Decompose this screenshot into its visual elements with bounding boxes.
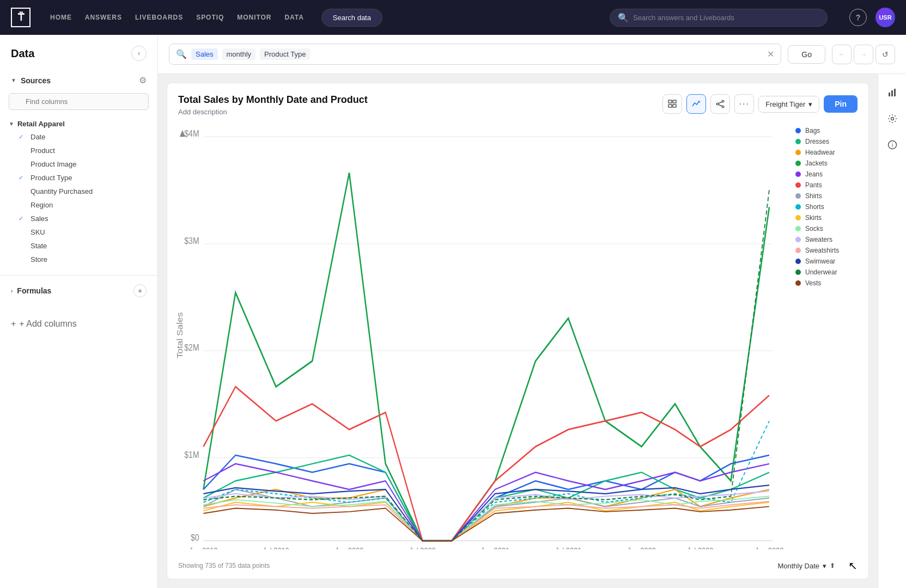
add-columns-button[interactable]: + + Add columns [11,315,147,333]
chart-title: Total Sales by Monthly Date and Product [178,94,368,106]
info-icon[interactable]: i [883,135,902,155]
history-refresh-button[interactable]: ↺ [875,45,895,64]
chart-type-icon[interactable] [883,83,902,102]
global-search-bar[interactable]: 🔍 [610,9,828,27]
svg-text:Jan 2019: Jan 2019 [189,547,218,549]
legend-item-socks: Socks [795,225,854,232]
search-clear-button[interactable]: ✕ [767,49,774,59]
nav-spotiq[interactable]: SPOTIQ [196,11,224,23]
retail-apparel-section: ▼ Retail Apparel ✓ Date Product Product … [9,118,149,266]
column-item-product-type[interactable]: ✓ Product Type [9,171,149,185]
chart-actions: ··· Freight Tiger ▾ Pin [662,94,858,114]
check-icon: ✓ [19,215,26,222]
history-forward-button[interactable]: → [854,45,873,64]
find-columns-wrapper: 🔍 [9,90,149,115]
search-data-button[interactable]: Search data [321,9,382,27]
nav-answers[interactable]: ANSWERS [85,11,122,23]
share-button[interactable] [710,94,730,114]
formulas-header: › Formulas + [11,280,147,302]
svg-text:Jul 2022: Jul 2022 [687,547,713,549]
datasource-chevron-icon: ▾ [808,100,812,108]
formulas-header-left[interactable]: › Formulas [11,286,51,295]
chart-legend: Bags Dresses Headwear Jackets [787,121,863,549]
check-icon: ✓ [19,174,26,181]
nav-monitor[interactable]: MONITOR [237,11,271,23]
sources-header[interactable]: ▼ Sources ⚙ [9,71,149,90]
svg-point-5 [716,103,719,105]
nav-liveboards[interactable]: LIVEBOARDS [135,11,183,23]
search-tag-monthly[interactable]: monthly [222,48,256,60]
column-item-region[interactable]: Region [9,198,149,212]
column-item-sku[interactable]: SKU [9,225,149,239]
svg-text:Jan 2021: Jan 2021 [481,547,509,549]
chart-subtitle[interactable]: Add description [178,108,368,116]
cursor-icon: ↖ [848,559,858,572]
formulas-label: Formulas [17,286,51,295]
legend-label-shirts: Shirts [805,192,822,200]
legend-item-shorts: Shorts [795,203,854,211]
retail-apparel-header[interactable]: ▼ Retail Apparel [9,118,149,130]
help-button[interactable]: ? [849,9,867,26]
pin-button[interactable]: Pin [824,95,858,113]
nav-home[interactable]: HOME [50,11,72,23]
legend-item-bags: Bags [795,127,854,134]
column-item-quantity-purchased[interactable]: Quantity Purchased [9,185,149,198]
svg-text:Jul 2019: Jul 2019 [263,547,289,549]
legend-dot-jeans [795,171,801,177]
search-tag-product-type[interactable]: Product Type [260,48,310,60]
legend-dot-shorts [795,204,801,210]
search-tag-sales[interactable]: Sales [191,48,218,60]
column-item-product[interactable]: Product [9,144,149,157]
svg-rect-31 [891,90,893,96]
footer-right: Monthly Date ▾ ⬆ ↖ [777,559,858,572]
legend-item-dresses: Dresses [795,138,854,145]
sidebar-header: Data ‹ [0,35,157,66]
legend-item-swimwear: Swimwear [795,258,854,265]
sources-label: Sources [21,76,51,85]
svg-rect-2 [668,105,672,107]
legend-dot-pants [795,182,801,188]
column-label-product: Product [31,146,55,155]
formulas-chevron-icon: › [11,288,13,294]
legend-label-skirts: Skirts [805,214,822,222]
logo[interactable]: T̈ [11,8,31,27]
settings-icon[interactable] [883,109,902,128]
add-formula-button[interactable]: + [133,284,147,297]
legend-item-sweaters: Sweaters [795,236,854,243]
svg-rect-3 [673,105,676,107]
datasource-button[interactable]: Freight Tiger ▾ [758,96,819,113]
nav-data[interactable]: DATA [284,11,303,23]
legend-item-jackets: Jackets [795,160,854,167]
svg-line-7 [719,102,722,103]
column-item-store[interactable]: Store [9,253,149,266]
svg-text:Jan 2022: Jan 2022 [627,547,656,549]
monthly-date-sort-button[interactable]: Monthly Date ▾ ⬆ [777,562,835,570]
chart-view-button[interactable] [686,94,706,114]
svg-text:$2M: $2M [184,342,199,353]
user-avatar[interactable]: USR [875,8,895,27]
legend-item-jeans: Jeans [795,170,854,178]
table-view-button[interactable] [662,94,682,114]
column-item-product-image[interactable]: Product Image [9,157,149,171]
column-item-date[interactable]: ✓ Date [9,130,149,144]
sidebar-collapse-button[interactable]: ‹ [131,46,147,61]
column-label-sku: SKU [31,228,45,236]
legend-label-sweaters: Sweaters [805,236,832,243]
search-area: 🔍 Sales monthly Product Type ✕ Go ← → ↺ [158,35,906,74]
chart-title-section: Total Sales by Monthly Date and Product … [178,94,368,116]
global-search-input[interactable] [633,14,819,22]
legend-dot-underwear [795,270,801,275]
column-label-date: Date [31,133,45,141]
search-input-wrapper[interactable]: 🔍 Sales monthly Product Type ✕ [169,44,781,65]
sources-tool-icon[interactable]: ⚙ [139,75,147,85]
column-item-state[interactable]: State [9,239,149,253]
find-columns-input[interactable] [9,93,149,110]
history-back-button[interactable]: ← [832,45,852,64]
legend-label-socks: Socks [805,225,823,232]
column-item-sales[interactable]: ✓ Sales [9,212,149,225]
more-options-button[interactable]: ··· [734,94,754,114]
svg-text:Jan 2020: Jan 2020 [335,547,364,549]
chart-body: $4M $3M $2M $1M $0 Total Sales [167,121,868,555]
go-button[interactable]: Go [788,45,825,64]
add-columns-label: + Add columns [19,319,76,329]
